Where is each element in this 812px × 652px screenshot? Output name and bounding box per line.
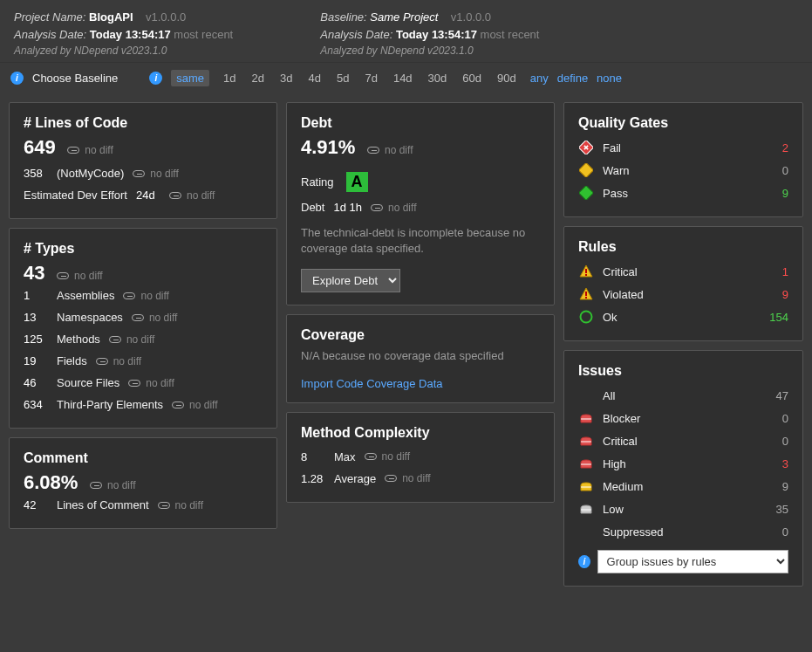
baseline-same[interactable]: same — [171, 70, 209, 86]
types-row-label: Methods — [57, 333, 100, 346]
rule-row[interactable]: Ok 154 — [578, 305, 788, 328]
analyzed-by: Analyzed by NDepend v2023.1.0 — [14, 43, 233, 58]
blank-icon — [578, 388, 594, 403]
panel-title: Issues — [578, 363, 788, 379]
explore-debt-select[interactable]: Explore Debt — [301, 269, 400, 292]
issue-row[interactable]: Medium 9 — [578, 475, 788, 498]
issue-label: Medium — [603, 480, 759, 493]
no-diff: no diff — [371, 202, 416, 214]
types-row-count[interactable]: 125 — [24, 333, 48, 346]
baseline-analysis-date: Today 13:54:17 — [396, 28, 477, 41]
no-diff: no diff — [109, 333, 154, 346]
notmycode-count[interactable]: 358 — [24, 167, 48, 180]
issue-value[interactable]: 0 — [768, 412, 788, 425]
rule-row[interactable]: Violated 9 — [578, 283, 788, 305]
debt-time-label: Debt — [301, 201, 324, 214]
baseline-opt-30d[interactable]: 30d — [423, 70, 453, 86]
notmycode-label: (NotMyCode) — [57, 167, 124, 180]
lines-of-code-value[interactable]: 649 — [24, 136, 56, 159]
no-diff-icon — [367, 147, 379, 154]
baseline-opt-4d[interactable]: 4d — [304, 70, 326, 86]
issue-value[interactable]: 9 — [768, 480, 788, 493]
types-panel: # Types 43 no diff 1 Assemblies no diff1… — [9, 228, 277, 429]
gate-row[interactable]: Warn 0 — [578, 159, 788, 182]
comment-value[interactable]: 6.08% — [24, 471, 78, 494]
dev-effort-value[interactable]: 24d — [136, 189, 160, 202]
gate-row[interactable]: Pass 9 — [578, 182, 788, 204]
complexity-max[interactable]: 8 — [301, 450, 325, 463]
debt-value[interactable]: 4.91% — [301, 136, 355, 159]
issue-row[interactable]: Suppressed 0 — [578, 520, 788, 543]
issue-value[interactable]: 0 — [768, 435, 788, 448]
debt-note: The technical-debt is incomplete because… — [301, 225, 540, 257]
no-diff-icon — [109, 336, 121, 343]
rule-row[interactable]: Critical 1 — [578, 260, 788, 283]
types-row-count[interactable]: 634 — [24, 398, 48, 411]
no-diff: no diff — [133, 168, 178, 180]
baseline-opt-7d[interactable]: 7d — [359, 70, 382, 86]
issue-value[interactable]: 47 — [768, 389, 788, 402]
issue-value[interactable]: 3 — [768, 457, 788, 470]
types-row-count[interactable]: 13 — [24, 311, 48, 324]
rating-grade[interactable]: A — [346, 172, 368, 192]
rule-value[interactable]: 9 — [768, 288, 788, 301]
types-row-count[interactable]: 46 — [24, 376, 48, 389]
group-issues-select[interactable]: Group issues by rules — [597, 550, 788, 573]
no-diff-icon — [172, 401, 184, 408]
rule-value[interactable]: 1 — [768, 265, 788, 278]
info-icon[interactable]: i — [578, 555, 590, 568]
baseline-opt-5d[interactable]: 5d — [331, 70, 354, 86]
baseline-analysis-suffix: most recent — [481, 28, 540, 41]
types-row-count[interactable]: 1 — [24, 289, 48, 302]
issue-row[interactable]: High 3 — [578, 452, 788, 475]
baseline-opt-1d[interactable]: 1d — [218, 70, 241, 86]
issue-row[interactable]: Low 35 — [578, 498, 788, 520]
sev-yellow-icon — [578, 478, 594, 494]
gate-value[interactable]: 0 — [768, 164, 788, 177]
issue-row[interactable]: All 47 — [578, 384, 788, 407]
issue-value[interactable]: 35 — [768, 503, 788, 516]
types-row-label: Source Files — [57, 376, 119, 389]
complexity-avg[interactable]: 1.28 — [301, 472, 325, 485]
import-coverage-link[interactable]: Import Code Coverage Data — [301, 377, 540, 390]
types-row-count[interactable]: 19 — [24, 354, 48, 367]
issue-row[interactable]: Blocker 0 — [578, 407, 788, 429]
no-diff-icon — [169, 192, 181, 199]
no-diff: no diff — [90, 479, 135, 491]
debt-time-value[interactable]: 1d 1h — [333, 201, 362, 214]
issue-value[interactable]: 0 — [768, 525, 788, 539]
baseline-opt-3d[interactable]: 3d — [275, 70, 297, 86]
baseline-none[interactable]: none — [597, 72, 622, 85]
info-icon[interactable]: i — [149, 72, 162, 85]
panel-title: Comment — [24, 450, 263, 466]
no-diff-icon — [67, 147, 79, 154]
rule-value[interactable]: 154 — [768, 311, 788, 324]
blank-icon — [578, 524, 594, 539]
types-value[interactable]: 43 — [24, 262, 44, 285]
issue-label: High — [603, 457, 759, 470]
baseline-opt-14d[interactable]: 14d — [388, 70, 418, 86]
rwarn-icon — [578, 286, 594, 302]
analysis-suffix: most recent — [174, 28, 233, 41]
no-diff-icon — [132, 314, 144, 321]
panel-title: Quality Gates — [578, 115, 788, 131]
choose-baseline-button[interactable]: Choose Baseline — [32, 72, 118, 85]
dev-effort-label: Estimated Dev Effort — [24, 189, 127, 202]
types-row: 634 Third-Party Elements no diff — [24, 394, 263, 415]
lines-of-comment-count[interactable]: 42 — [24, 498, 48, 511]
no-diff-icon — [123, 292, 135, 299]
gate-value[interactable]: 2 — [768, 141, 788, 154]
baseline-opt-90d[interactable]: 90d — [492, 70, 522, 86]
info-icon[interactable]: i — [10, 72, 24, 85]
baseline-define[interactable]: define — [557, 72, 588, 85]
issue-row[interactable]: Critical 0 — [578, 429, 788, 452]
types-row: 1 Assemblies no diff — [24, 285, 263, 306]
baseline-opt-2d[interactable]: 2d — [247, 70, 270, 86]
panel-title: Method Complexity — [301, 425, 540, 441]
gate-row[interactable]: Fail 2 — [578, 136, 788, 159]
gate-value[interactable]: 9 — [768, 187, 788, 200]
quality-gates-panel: Quality Gates Fail 2 Warn 0 Pass 9 — [563, 102, 803, 217]
baseline-any[interactable]: any — [530, 72, 549, 85]
panel-title: Coverage — [301, 327, 540, 343]
baseline-opt-60d[interactable]: 60d — [457, 70, 487, 86]
